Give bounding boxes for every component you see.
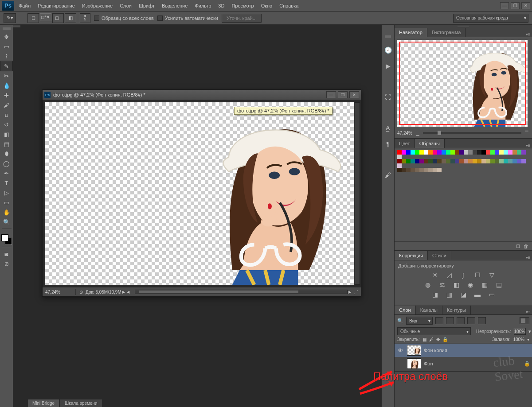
swatch[interactable] [473,150,477,155]
blend-mode-select[interactable]: Обычные [397,327,471,335]
lasso-tool-icon[interactable]: ⌇ [1,51,12,61]
swatch[interactable] [411,150,415,155]
selection-intersect-icon[interactable]: ◧ [65,13,76,23]
navigator-zoom-slider[interactable] [423,132,521,134]
swatch[interactable] [397,150,402,155]
zoom-tool-icon[interactable]: 🔍 [1,217,12,227]
swatch[interactable] [402,168,406,172]
swatch[interactable] [428,150,433,155]
swatch[interactable] [521,159,526,163]
doc-vertical-scrollbar[interactable] [355,102,360,285]
hue-adj-icon[interactable]: ◍ [423,281,433,289]
filter-smart-icon[interactable] [478,317,486,324]
menu-window[interactable]: Окно [261,3,273,8]
exposure-adj-icon[interactable]: ☐ [473,271,482,279]
filter-pixel-icon[interactable] [435,317,443,324]
swatch[interactable] [411,159,415,163]
actions-panel-icon[interactable]: ▶ [383,61,393,71]
opacity-value[interactable]: 100% [514,328,526,335]
swatch[interactable] [499,150,504,155]
swatch[interactable] [397,163,402,168]
nav-zoom-out-icon[interactable]: ▁ [415,130,420,136]
swatch[interactable] [486,150,490,155]
nav-zoom-in-icon[interactable]: ▔ [524,130,529,136]
swatch[interactable] [433,150,437,155]
swatches-tab[interactable]: Образцы [415,139,445,148]
histogram-tab[interactable]: Гистограмма [427,28,466,37]
swatch[interactable] [521,150,526,155]
swatch[interactable] [486,159,490,163]
layers-tab[interactable]: Слои [395,306,416,314]
doc-zoom-value[interactable]: 47,24% [45,290,72,295]
swatch[interactable] [490,150,495,155]
lut-adj-icon[interactable]: ▤ [494,281,504,289]
menu-view[interactable]: Просмотр [231,3,254,8]
timeline-tab[interactable]: Шкала времени [60,399,102,407]
levels-adj-icon[interactable]: ◿ [444,271,454,279]
selective-color-adj-icon[interactable]: ▭ [487,291,497,298]
swatch[interactable] [442,159,446,163]
swatch[interactable] [468,150,473,155]
menu-layers[interactable]: Слои [120,3,132,8]
doc-resize-grip-icon[interactable]: ⋰ [354,290,358,295]
doc-maximize-button[interactable]: ❐ [338,91,348,98]
menu-file[interactable]: Файл [19,3,31,8]
quick-select-tool-icon[interactable]: ✎ [1,61,12,71]
swatch[interactable] [504,150,508,155]
filter-adjust-icon[interactable] [446,317,454,324]
app-maximize-button[interactable]: ❐ [511,2,520,9]
invert-adj-icon[interactable]: ◨ [430,291,440,298]
swatch[interactable] [406,168,411,172]
swatch[interactable] [419,168,424,172]
hscroll-left-icon[interactable]: ◀ [127,290,129,294]
lock-pixels-icon[interactable]: 🖌 [429,337,434,342]
swatch[interactable] [446,150,450,155]
swatch[interactable] [517,159,521,163]
swatch[interactable] [481,159,486,163]
layer-filter-kind[interactable]: Вид [406,317,433,325]
navigator-menu-icon[interactable]: ▾≡ [524,32,532,37]
app-minimize-button[interactable]: — [500,2,509,9]
swatch[interactable] [499,159,504,163]
swatch[interactable] [512,159,517,163]
swatch[interactable] [512,150,517,155]
swatch[interactable] [406,159,411,163]
brush-tool-icon[interactable]: 🖌 [1,100,12,110]
swatch[interactable] [437,150,442,155]
swatches-menu-icon[interactable]: ▾≡ [524,143,532,148]
swatch[interactable] [428,168,433,172]
layer-name[interactable]: Фон [424,361,433,366]
pen-tool-icon[interactable]: ✒ [1,168,12,178]
menu-filter[interactable]: Фильтр [195,3,211,8]
properties-panel-icon[interactable]: ⛶ [383,92,393,102]
swatches-new-icon[interactable]: ◻ [516,243,520,249]
selection-new-icon[interactable]: ◻ [27,13,39,23]
toolbar-grip[interactable] [3,27,11,30]
history-brush-tool-icon[interactable]: ↺ [1,120,12,129]
swatch[interactable] [411,168,415,172]
swatch[interactable] [397,159,402,163]
current-tool-icon[interactable]: ✎▾ [4,13,16,23]
swatch[interactable] [415,150,419,155]
color-swatch[interactable] [1,234,12,245]
menu-select[interactable]: Выделение [162,3,188,8]
swatch[interactable] [402,150,406,155]
app-close-button[interactable]: ✕ [521,2,530,9]
swatch[interactable] [415,159,419,163]
swatch[interactable] [424,159,428,163]
auto-enhance-checkbox[interactable]: Усилить автоматически [157,16,218,21]
menu-type[interactable]: Шрифт [139,3,155,8]
swatch[interactable] [481,150,486,155]
swatch[interactable] [442,150,446,155]
color-tab[interactable]: Цвет [395,139,415,148]
layer-visibility-icon[interactable]: 👁 [396,347,404,354]
swatch[interactable] [450,159,455,163]
swatch[interactable] [464,159,468,163]
blur-tool-icon[interactable]: ⬮ [1,149,12,159]
lock-all-icon[interactable]: 🔒 [442,337,448,342]
swatch[interactable] [504,159,508,163]
paths-tab[interactable]: Контуры [442,306,471,314]
minibridge-tab[interactable]: Mini Bridge [27,399,59,407]
filter-shape-icon[interactable] [467,317,475,324]
fill-value[interactable]: 100% [513,337,524,342]
